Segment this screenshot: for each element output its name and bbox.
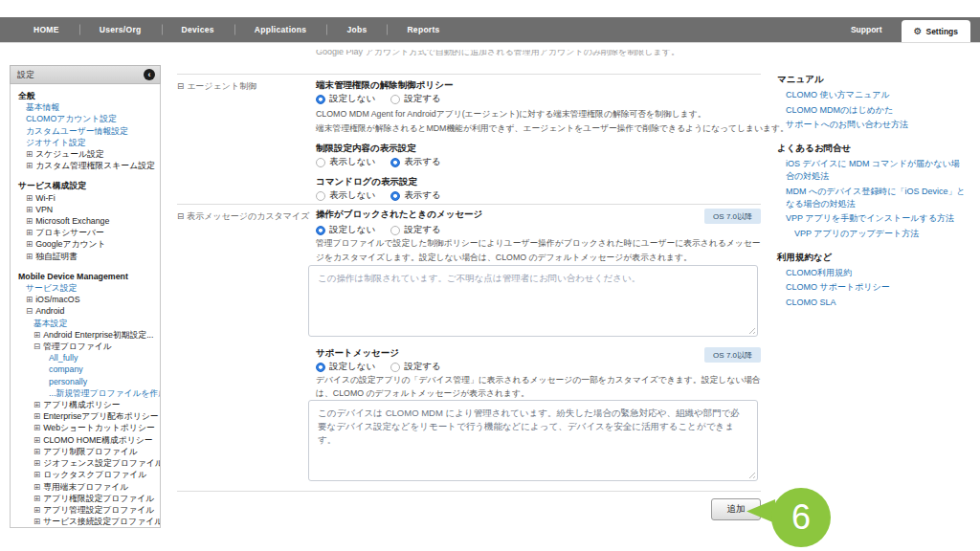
sidebar-item[interactable]: アプリ管理設定プロファイル xyxy=(11,504,160,516)
sidebar-item[interactable]: 基本設定 xyxy=(11,318,160,329)
sidebar-item[interactable]: 独自証明書プロファイル xyxy=(11,527,160,528)
sidebar-item[interactable]: サービス接続設定プロファイル xyxy=(11,516,160,527)
sidebar-item[interactable]: VPN xyxy=(11,204,160,215)
radio-selected-icon[interactable] xyxy=(390,158,400,167)
tree-toggle-icon xyxy=(33,342,40,351)
sidebar-item[interactable]: Android xyxy=(11,305,160,317)
blocked-message-radio-group: 設定しない 設定する xyxy=(316,224,761,236)
sidebar-item[interactable]: company xyxy=(11,364,160,375)
nav-item[interactable]: Reports xyxy=(387,17,459,42)
radio-option-show-no[interactable]: 表示しない xyxy=(316,189,375,202)
sidebar-item[interactable]: アプリ制限プロファイル xyxy=(11,446,160,457)
resize-handle-icon[interactable] xyxy=(747,471,755,478)
radio-option-show-no[interactable]: 表示しない xyxy=(316,156,375,168)
sidebar-item[interactable]: ロックタスクプロファイル xyxy=(11,469,160,480)
help-link[interactable]: iOS デバイスに MDM コマンドが届かない場合の対処法 xyxy=(777,158,967,183)
help-link[interactable]: CLOMO SLA xyxy=(777,297,967,309)
radio-option-set-no[interactable]: 設定しない xyxy=(316,224,375,236)
radio-unselected-icon[interactable] xyxy=(316,191,325,201)
policy-description-1: CLOMO MDM Agent for Androidアプリ(エージェント)に対… xyxy=(316,107,761,121)
nav-item[interactable]: HOME xyxy=(13,17,79,42)
settings-tree: 全般基本情報CLOMOアカウント設定カスタムユーザー情報設定ジオサイト設定スケジ… xyxy=(10,84,161,528)
radio-option-set-no[interactable]: 設定しない xyxy=(316,93,375,105)
top-nav-bar: HOMEUsers/OrgDevicesApplicationsJobsRepo… xyxy=(0,17,980,43)
sidebar-item[interactable]: Microsoft Exchange xyxy=(11,215,160,227)
tree-toggle-icon xyxy=(33,505,40,515)
help-link[interactable]: MDM へのデバイス登録時に「iOS Device」となる場合の対処法 xyxy=(777,186,967,210)
sidebar-item[interactable]: アプリ権限設定プロファイル xyxy=(11,493,160,504)
sidebar-item[interactable]: All_fully xyxy=(11,352,160,364)
sidebar-item[interactable]: スケジュール設定 xyxy=(11,148,160,160)
radio-selected-icon[interactable] xyxy=(316,226,325,235)
support-link[interactable]: Support xyxy=(832,25,902,34)
sidebar-item[interactable]: personally xyxy=(11,376,160,387)
nav-item[interactable]: Applications xyxy=(234,17,327,42)
sidebar-item[interactable]: CLOMOアカウント設定 xyxy=(11,113,160,124)
sidebar-item[interactable]: ジオサイト設定 xyxy=(11,137,160,148)
sidebar-item[interactable]: サービス設定 xyxy=(11,282,160,294)
sidebar-item[interactable]: ジオフェンス設定プロファイル xyxy=(11,457,160,469)
resize-handle-icon[interactable] xyxy=(747,326,755,334)
sidebar-item[interactable]: Googleアカウント xyxy=(11,238,160,250)
section-label-agent-control[interactable]: エージェント制御 xyxy=(177,80,315,93)
radio-option-show-yes[interactable]: 表示する xyxy=(390,156,440,168)
os-version-badge: OS 7.0以降 xyxy=(704,209,761,224)
sidebar-item[interactable]: 専用端末プロファイル xyxy=(11,481,160,493)
help-link[interactable]: CLOMO サポートポリシー xyxy=(777,281,967,294)
sidebar-item[interactable]: 基本情報 xyxy=(11,101,160,113)
sidebar-item: 全般 xyxy=(11,90,160,101)
support-message-textarea[interactable]: このデバイスは CLOMO MDM により管理されています。紛失した場合の緊急対… xyxy=(308,400,758,481)
blocked-message-title-row: 操作がブロックされたときのメッセージ OS 7.0以降 xyxy=(316,209,761,224)
radio-unselected-icon[interactable] xyxy=(390,226,400,235)
blocked-message-title: 操作がブロックされたときのメッセージ xyxy=(316,209,482,221)
sidebar-item[interactable]: CLOMO HOME構成ポリシー xyxy=(11,434,160,446)
nav-item[interactable]: Jobs xyxy=(326,17,387,42)
sidebar-item[interactable]: iOS/macOS xyxy=(11,294,160,305)
support-message-title: サポートメッセージ xyxy=(316,347,399,360)
radio-selected-icon[interactable] xyxy=(316,363,325,372)
help-link[interactable]: VPP アプリのアップデート方法 xyxy=(777,228,967,240)
help-link[interactable]: CLOMO MDMのはじめかた xyxy=(777,104,967,117)
radio-label: 表示しない xyxy=(329,156,375,168)
sidebar-item[interactable]: Wi-Fi xyxy=(11,192,160,204)
radio-label: 設定しない xyxy=(329,224,375,236)
sidebar-collapse-button[interactable]: ‹ xyxy=(144,69,155,80)
sidebar-item[interactable]: Enterpriseアプリ配布ポリシー xyxy=(11,410,160,422)
radio-selected-icon[interactable] xyxy=(316,95,325,104)
help-link[interactable]: CLOMO 使い方マニュアル xyxy=(777,89,967,101)
sidebar-item[interactable]: カスタムユーザー情報設定 xyxy=(11,125,160,137)
sidebar-item[interactable]: 管理プロファイル xyxy=(11,341,160,352)
tab-settings[interactable]: ⚙ Settings xyxy=(902,20,971,42)
nav-item[interactable]: Devices xyxy=(162,17,234,42)
sidebar-item[interactable]: ...新規管理プロファイルを作成 xyxy=(11,387,160,399)
nav-item[interactable]: Users/Org xyxy=(79,17,162,42)
main-nav: HOMEUsers/OrgDevicesApplicationsJobsRepo… xyxy=(13,17,460,42)
radio-unselected-icon[interactable] xyxy=(390,363,400,372)
sidebar-item: サービス構成設定 xyxy=(11,180,160,191)
radio-selected-icon[interactable] xyxy=(390,191,400,201)
section-label-display-message[interactable]: 表示メッセージのカスタマイズ xyxy=(177,210,315,223)
command-log-radio-group: 表示しない 表示する xyxy=(316,189,761,202)
tree-toggle-icon xyxy=(26,239,33,249)
radio-option-show-yes[interactable]: 表示する xyxy=(390,189,440,202)
radio-option-set-no[interactable]: 設定しない xyxy=(316,361,375,373)
radio-option-set-yes[interactable]: 設定する xyxy=(390,361,440,373)
radio-unselected-icon[interactable] xyxy=(390,95,400,104)
sidebar-item[interactable]: Android Enterprise初期設定... xyxy=(11,329,160,341)
sidebar-title: 設定 xyxy=(17,69,34,81)
help-link[interactable]: VPP アプリを手動でインストールする方法 xyxy=(777,212,967,225)
blocked-message-textarea[interactable]: この操作は制限されています。ご不明な点は管理者にお問い合わせください。 xyxy=(308,265,758,337)
radio-unselected-icon[interactable] xyxy=(316,158,325,167)
help-link[interactable]: サポートへのお問い合わせ方法 xyxy=(777,119,967,131)
radio-option-set-yes[interactable]: 設定する xyxy=(390,93,440,105)
sidebar-item[interactable]: アプリ構成ポリシー xyxy=(11,399,160,410)
radio-option-set-yes[interactable]: 設定する xyxy=(390,224,440,236)
sidebar-item[interactable]: プロキシサーバー xyxy=(11,227,160,238)
sidebar-item[interactable]: 独自証明書 xyxy=(11,251,160,262)
radio-label: 表示しない xyxy=(329,189,375,202)
radio-label: 設定しない xyxy=(329,361,375,373)
sidebar-item[interactable]: Webショートカットポリシー xyxy=(11,422,160,433)
help-link[interactable]: CLOMO利用規約 xyxy=(777,267,967,279)
policy-title: 端末管理権限の解除制御ポリシー xyxy=(316,79,761,92)
sidebar-item[interactable]: カスタム管理権限スキーム設定 xyxy=(11,160,160,171)
